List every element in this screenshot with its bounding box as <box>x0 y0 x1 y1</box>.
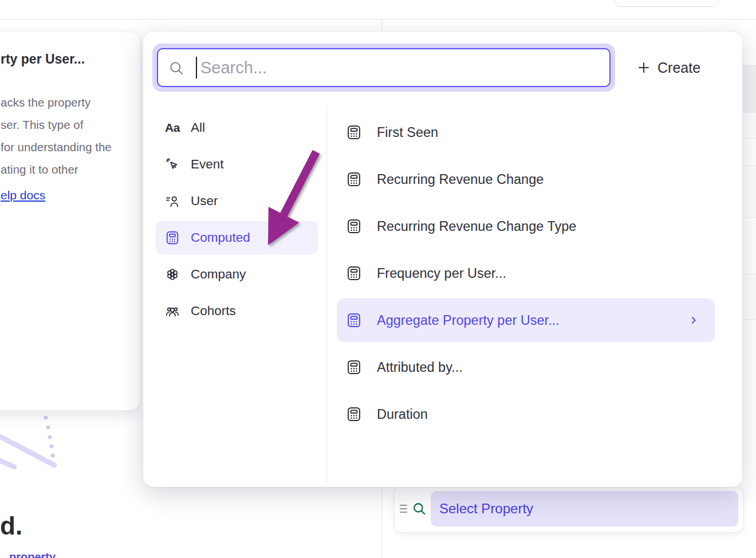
drag-handle-icon[interactable] <box>400 502 408 515</box>
property-item-recurring-revenue-change[interactable]: Recurring Revenue Change <box>337 161 715 198</box>
text-Aa-icon: Aa <box>165 121 180 135</box>
property-item-aggregate-property-per-user[interactable]: Aggregate Property per User... <box>337 298 715 342</box>
tooltip-description: acks the property ser. This type of for … <box>1 91 112 180</box>
company-icon <box>165 267 180 282</box>
search-icon <box>168 60 184 76</box>
calculator-icon <box>346 406 362 422</box>
property-row-card: Select Property <box>394 485 743 533</box>
property-selector-popover: Create Aa All Event <box>143 32 742 487</box>
decorative-doodle <box>0 410 80 478</box>
select-property-label: Select Property <box>439 501 533 517</box>
create-button-label: Create <box>657 60 700 76</box>
search-input[interactable] <box>199 53 597 82</box>
tooltip-title: rty per User... <box>1 52 85 67</box>
plus-icon <box>637 61 651 74</box>
top-button-fragment[interactable] <box>614 0 719 7</box>
property-item-first-seen[interactable]: First Seen <box>337 114 715 151</box>
help-docs-link[interactable]: elp docs <box>1 188 45 202</box>
cohorts-icon <box>165 304 180 319</box>
text-caret <box>196 57 197 78</box>
property-tooltip-card: rty per User... acks the property ser. T… <box>0 32 140 411</box>
chevron-right-icon <box>688 315 699 325</box>
background-section-edge <box>742 65 756 115</box>
category-tab-company[interactable]: Company <box>156 258 318 291</box>
background-heading-fragment: d. <box>0 512 22 540</box>
calculator-icon <box>346 124 362 140</box>
category-tab-user[interactable]: User <box>156 184 318 218</box>
calculator-icon <box>346 218 362 234</box>
category-tab-computed[interactable]: Computed <box>156 221 318 254</box>
topbar-divider <box>0 19 756 19</box>
calculator-icon <box>346 359 362 375</box>
calculator-icon <box>346 312 362 328</box>
create-button[interactable]: Create <box>633 56 704 80</box>
calculator-icon <box>346 171 362 187</box>
calculator-icon <box>346 265 362 281</box>
category-tab-event[interactable]: Event <box>156 148 318 181</box>
search-field[interactable] <box>157 48 611 87</box>
property-item-duration[interactable]: Duration <box>337 396 715 433</box>
category-tab-all[interactable]: Aa All <box>156 111 318 144</box>
select-property-button[interactable]: Select Property <box>431 491 738 526</box>
background-link-fragment: property <box>9 551 56 558</box>
property-search-icon <box>412 501 427 516</box>
screen: d. property rty per User... acks the pro… <box>0 0 756 558</box>
property-item-frequency-per-user[interactable]: Frequency per User... <box>337 255 715 292</box>
user-icon <box>165 194 180 209</box>
calculator-icon <box>165 230 180 245</box>
category-tab-cohorts[interactable]: Cohorts <box>156 294 318 328</box>
event-cursor-icon <box>165 157 180 172</box>
property-item-recurring-revenue-change-type[interactable]: Recurring Revenue Change Type <box>337 208 715 245</box>
search-focus-halo <box>152 44 615 92</box>
sidebar-list-divider <box>326 106 327 484</box>
property-item-attributed-by[interactable]: Attributed by... <box>337 349 715 386</box>
